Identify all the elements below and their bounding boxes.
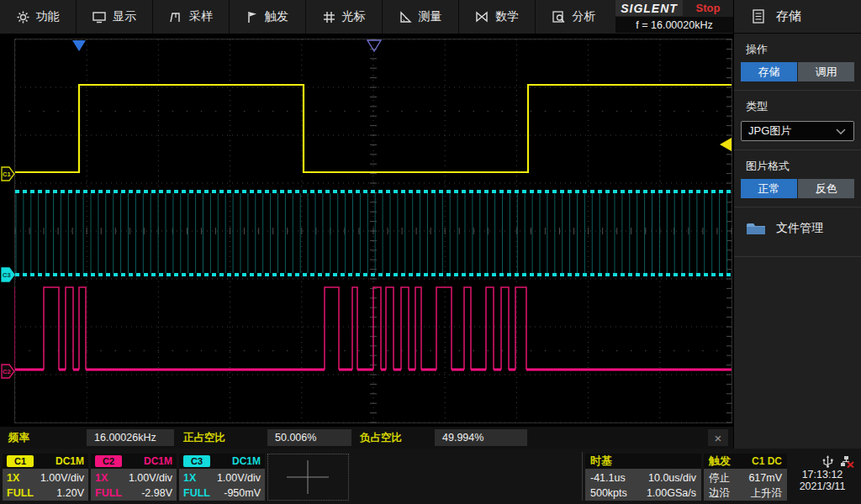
- format-normal-button[interactable]: 正常: [741, 179, 797, 198]
- format-invert-button[interactable]: 反色: [798, 179, 854, 198]
- grid-minor-dot: [358, 350, 360, 352]
- recall-button[interactable]: 调用: [798, 62, 854, 81]
- menu-item-analysis[interactable]: 分析: [536, 0, 612, 34]
- timebase-box[interactable]: 时基 -41.1us10.0us/div 500kpts1.00GSa/s: [585, 454, 701, 501]
- menu-item-display[interactable]: 显示: [77, 0, 153, 34]
- grid-minor-dot: [258, 111, 260, 113]
- menu-item-measure[interactable]: 测量: [383, 0, 459, 34]
- run-state-badge: Stop: [683, 0, 733, 16]
- grid-minor-dot: [645, 350, 647, 352]
- document-icon: [753, 9, 764, 24]
- image-format-label: 图片格式: [734, 150, 861, 179]
- scale-c1: 1.00V/div: [40, 472, 84, 484]
- grid-minor-dot: [129, 350, 131, 352]
- grid-minor-dot: [244, 350, 246, 352]
- grid-minor-dot: [358, 111, 360, 113]
- grid-minor-dot: [244, 111, 246, 113]
- trigger-position-marker[interactable]: [72, 40, 86, 51]
- usb-icon: [822, 455, 833, 468]
- bottom-status-bar: C1 DC1M 1X1.00V/div FULL1.20V C2 DC1M 1X…: [0, 449, 861, 504]
- grid-minor-dot: [702, 111, 704, 113]
- grid-minor-dot: [330, 350, 331, 352]
- grid-minor-dot: [301, 111, 303, 113]
- analysis-icon: [552, 11, 566, 24]
- grid-minor-dot: [502, 350, 504, 352]
- empty-channel-slot[interactable]: [267, 454, 349, 501]
- menu-item-math[interactable]: 数学: [459, 0, 536, 34]
- grid-minor-dot: [315, 111, 317, 113]
- grid-minor-dot: [559, 111, 561, 113]
- grid-minor-dot: [172, 350, 174, 352]
- brand-logo: SIGLENT: [615, 0, 683, 16]
- menu-item-trigger[interactable]: 触发: [230, 0, 306, 34]
- scope-graticule: C1C2C3: [0, 34, 733, 427]
- grid-minor-dot: [545, 350, 547, 352]
- grid-minor-dot: [158, 350, 160, 352]
- divider: [734, 256, 861, 257]
- grid-minor-dot: [488, 111, 489, 113]
- timebase-points: 500kpts: [590, 487, 627, 499]
- c3-position-marker-label: C3: [3, 271, 11, 279]
- grid-minor-dot: [287, 111, 288, 113]
- grid-minor-dot: [688, 350, 689, 352]
- top-menu-bar: 功能 显示 采样 触发 光标 测量 数学 分析: [0, 0, 733, 34]
- display-icon: [92, 11, 106, 24]
- grid-minor-dot: [444, 350, 446, 352]
- scale-c3: 1.00V/div: [217, 472, 261, 484]
- save-button[interactable]: 存储: [741, 62, 797, 81]
- grid-minor-dot: [100, 111, 102, 113]
- file-type-select[interactable]: JPG图片: [741, 121, 854, 141]
- trigger-box[interactable]: 触发C1 DC 停止617mV 边沿上升沿: [704, 454, 787, 501]
- oscilloscope-screen: 功能 显示 采样 触发 光标 测量 数学 分析: [0, 0, 861, 504]
- grid-minor-dot: [387, 350, 388, 352]
- measurement-label-neg-duty: 负占空比: [360, 431, 402, 445]
- grid-minor-dot: [631, 111, 632, 113]
- measurement-label-pos-duty: 正占空比: [183, 431, 225, 445]
- channel-descriptor-c1[interactable]: C1 DC1M 1X1.00V/div FULL1.20V: [3, 454, 88, 501]
- brand-block: SIGLENT Stop f = 16.00020kHz: [615, 0, 733, 34]
- measurement-value-pos-duty: 50.006%: [267, 429, 351, 446]
- grid-minor-dot: [473, 350, 475, 352]
- waveform-display: C1C2C3: [0, 34, 733, 427]
- menu-item-label: 分析: [573, 9, 596, 24]
- grid-minor-dot: [458, 111, 460, 113]
- bandwidth-c3: FULL: [183, 487, 210, 499]
- grid-minor-dot: [215, 350, 217, 352]
- grid-minor-dot: [702, 350, 704, 352]
- c2-trace-pulses: [44, 287, 526, 370]
- file-manager-button[interactable]: 文件管理: [734, 207, 861, 248]
- trigger-level-marker[interactable]: [720, 138, 732, 151]
- grid-minor-dot: [588, 350, 589, 352]
- math-bowtie-icon: [475, 11, 489, 23]
- grid-minor-dot: [488, 350, 489, 352]
- divider: [582, 452, 583, 501]
- channel-descriptor-c2[interactable]: C2 DC1M 1X1.00V/div FULL-2.98V: [91, 454, 177, 501]
- grid-minor-dot: [129, 111, 131, 113]
- scale-c2: 1.00V/div: [129, 472, 172, 484]
- grid-minor-dot: [401, 111, 403, 113]
- trigger-type: 边沿: [709, 486, 730, 501]
- menu-item-cursors[interactable]: 光标: [306, 0, 383, 34]
- grid-minor-dot: [531, 350, 532, 352]
- grid-minor-dot: [430, 350, 431, 352]
- flag-icon: [246, 11, 258, 24]
- offset-c3: -950mV: [224, 487, 261, 499]
- grid-minor-dot: [29, 350, 30, 352]
- close-measurements-button[interactable]: ×: [708, 429, 728, 446]
- lan-disconnected-icon: [840, 455, 854, 468]
- grid-minor-dot: [115, 350, 117, 352]
- sidebar-header: 存储: [734, 0, 861, 34]
- menu-item-acquire[interactable]: 采样: [153, 0, 230, 34]
- menu-item-label: 显示: [113, 9, 136, 24]
- grid-minor-dot: [731, 350, 732, 352]
- channel-descriptor-c3[interactable]: C3 DC1M 1X1.00V/div FULL-950mV: [179, 454, 265, 501]
- grid-minor-dot: [344, 350, 346, 352]
- menu-item-label: 触发: [265, 9, 288, 24]
- storage-sidebar: 存储 操作 存储 调用 类型 JPG图片 图片格式 正常 反色 文件管理: [733, 0, 861, 449]
- menu-item-utility[interactable]: 功能: [0, 0, 77, 34]
- grid-minor-dot: [559, 350, 561, 352]
- grid-minor-dot: [230, 350, 231, 352]
- grid-minor-dot: [573, 111, 575, 113]
- grid-minor-dot: [372, 111, 374, 113]
- grid-minor-dot: [688, 111, 689, 113]
